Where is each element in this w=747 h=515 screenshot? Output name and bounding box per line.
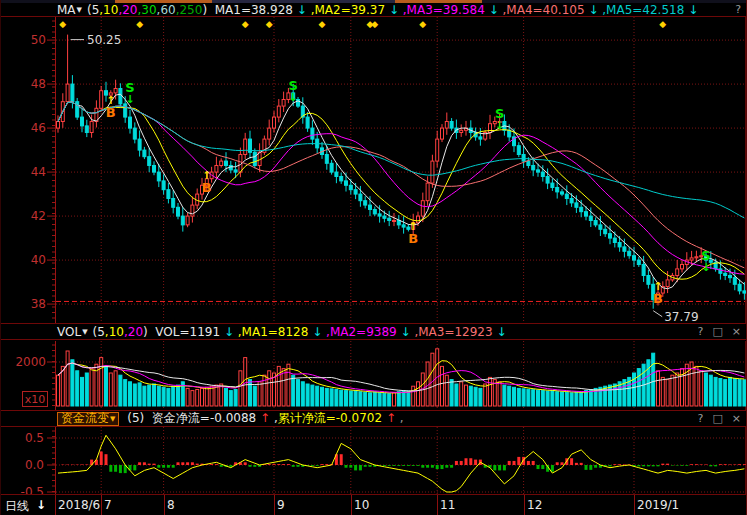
ma-header-segment: ↓ bbox=[297, 3, 307, 17]
volume-unit-label: x10 bbox=[25, 393, 46, 406]
flow-tick-label: 0.5 bbox=[25, 431, 44, 445]
fundflow-chart-canvas[interactable]: 0.50.0-0.5 bbox=[0, 427, 747, 494]
flow-header-segment: ↑ bbox=[260, 411, 270, 425]
ma-dropdown-label: MA bbox=[57, 3, 76, 17]
volume-tick-label: 2000 bbox=[15, 355, 46, 369]
ma-header-segment: ↓ bbox=[489, 3, 499, 17]
ma-header-segment: ,MA4=40.105 bbox=[499, 3, 589, 17]
axis-separator bbox=[101, 495, 102, 515]
fundflow-values-readout: (5) 资金净流=-0.0088 ↑ ,累计净流=-0.0702 ↑ , bbox=[123, 410, 403, 427]
month-label: 7 bbox=[104, 498, 112, 512]
high-price-label: 50.25 bbox=[87, 33, 121, 47]
flow-help-button[interactable]: ? bbox=[698, 412, 704, 425]
vol-header-segment: VOL=1191 bbox=[148, 325, 224, 339]
volume-panel: 2000 bbox=[0, 341, 747, 410]
ma-header-segment: ↓ bbox=[389, 3, 399, 17]
sell-arrow-icon: ↓ bbox=[701, 261, 710, 274]
chevron-down-icon: ▼ bbox=[109, 415, 115, 423]
axis-separator bbox=[274, 495, 275, 515]
vol-header-segment: ,10 bbox=[105, 325, 124, 339]
event-diamond-icon: ◆ bbox=[419, 19, 426, 29]
price-tick-label: 46 bbox=[31, 121, 46, 135]
vol-header-segment: ↓ bbox=[312, 325, 322, 339]
vol-dropdown-label: VOL bbox=[57, 325, 81, 339]
flow-tick-label: -0.5 bbox=[21, 485, 44, 494]
flow-header-segment: , bbox=[270, 411, 278, 425]
flow-header-segment: ↑ bbox=[386, 411, 396, 425]
period-selector[interactable]: 日线 bbox=[5, 498, 29, 515]
main-help-button[interactable]: ? bbox=[735, 3, 741, 16]
month-label: 8 bbox=[167, 498, 175, 512]
axis-separator bbox=[524, 495, 525, 515]
ma-header-segment: ,MA3=39.584 bbox=[399, 3, 489, 17]
axis-separator bbox=[437, 495, 438, 515]
vol-header-segment: ,20 bbox=[124, 325, 143, 339]
buy-marker: B bbox=[408, 231, 418, 246]
event-diamond-icon: ◆ bbox=[266, 19, 273, 29]
month-label: 2018/6 bbox=[58, 498, 100, 512]
fundflow-dropdown-label: 资金流变 bbox=[61, 410, 109, 427]
event-diamond-icon: ◆ bbox=[371, 19, 378, 29]
window-left-border bbox=[0, 0, 1, 515]
sell-arrow-icon: ↓ bbox=[495, 119, 504, 132]
event-diamond-icon: ◆ bbox=[242, 19, 249, 29]
ma-header-segment: ↓ bbox=[588, 3, 598, 17]
flow-maximize-button[interactable]: □ bbox=[712, 412, 722, 425]
ma-header-segment: ,30 bbox=[137, 3, 156, 17]
ma-header-segment: ,MA5=42.518 bbox=[598, 3, 688, 17]
month-label: 9 bbox=[277, 498, 285, 512]
flow-header-segment: , bbox=[396, 411, 404, 425]
ma-header-segment: ,20 bbox=[118, 3, 137, 17]
axis-separator bbox=[55, 495, 56, 515]
ma-indicator-dropdown[interactable]: MA▼ bbox=[57, 3, 82, 17]
price-chart-canvas[interactable]: 50484644424038◆◆◆◆◆◆◆◆◆↑BS↓↑BS↓↑BS↓↑BS↓5… bbox=[0, 17, 747, 323]
month-label: 2019/1 bbox=[637, 498, 679, 512]
buy-marker: B bbox=[202, 180, 212, 195]
price-tick-label: 48 bbox=[31, 77, 46, 91]
flow-header-segment: 资金净流=-0.0088 bbox=[152, 411, 260, 425]
month-label: 12 bbox=[527, 498, 542, 512]
fundflow-indicator-dropdown[interactable]: 资金流变▼ bbox=[57, 412, 119, 426]
low-price-label: 37.79 bbox=[664, 310, 698, 323]
sell-arrow-icon: ↓ bbox=[289, 91, 298, 104]
vol-maximize-button[interactable]: □ bbox=[712, 325, 722, 338]
event-diamond-icon: ◆ bbox=[136, 19, 143, 29]
main-indicator-header: MA▼ (5,10,20,30,60,250) MA1=38.928 ↓ ,MA… bbox=[0, 3, 747, 17]
flow-tick-label: 0.0 bbox=[25, 458, 44, 472]
price-tick-label: 44 bbox=[31, 165, 46, 179]
volume-bars bbox=[57, 349, 746, 406]
ma-header-segment: ,10 bbox=[99, 3, 118, 17]
ma-header-segment: ,250 bbox=[176, 3, 203, 17]
month-label: 11 bbox=[440, 498, 455, 512]
event-diamond-icon: ◆ bbox=[59, 19, 66, 29]
vol-header-segment: ,MA1=8128 bbox=[234, 325, 312, 339]
buy-marker: B bbox=[106, 105, 116, 120]
ma-header-segment: (5 bbox=[87, 3, 99, 17]
ma-header-segment: ,MA2=39.37 bbox=[307, 3, 389, 17]
stock-chart-window: MA▼ (5,10,20,30,60,250) MA1=38.928 ↓ ,MA… bbox=[0, 0, 747, 515]
vol-values-readout: (5,10,20) VOL=1191 ↓ ,MA1=8128 ↓ ,MA2=93… bbox=[93, 325, 507, 339]
price-tick-label: 42 bbox=[31, 209, 46, 223]
vol-close-button[interactable]: × bbox=[732, 325, 741, 338]
ma-lines bbox=[58, 94, 744, 289]
flow-header-segment: (5) bbox=[123, 411, 151, 425]
vol-header-segment: ,MA2=9389 bbox=[322, 325, 400, 339]
event-diamond-icon: ◆ bbox=[659, 19, 666, 29]
axis-separator bbox=[351, 495, 352, 515]
vol-header-segment: ,MA3=12923 bbox=[411, 325, 497, 339]
volume-chart-canvas[interactable]: 2000 bbox=[0, 341, 747, 410]
vol-header-segment: ↓ bbox=[496, 325, 506, 339]
flow-close-button[interactable]: × bbox=[732, 412, 741, 425]
period-down-arrow-icon[interactable]: ↓ bbox=[36, 498, 46, 512]
buy-marker: B bbox=[653, 291, 663, 306]
event-diamond-icon: ◆ bbox=[319, 19, 326, 29]
sell-arrow-icon: ↓ bbox=[125, 93, 134, 106]
vol-help-button[interactable]: ? bbox=[698, 325, 704, 338]
price-tick-label: 40 bbox=[31, 253, 46, 267]
ma-header-segment: MA1=38.928 bbox=[207, 3, 297, 17]
fundflow-indicator-header: 资金流变▼ (5) 资金净流=-0.0088 ↑ ,累计净流=-0.0702 ↑… bbox=[0, 410, 747, 427]
vol-indicator-dropdown[interactable]: VOL▼ bbox=[57, 325, 88, 339]
fundflow-panel: 0.50.0-0.5 bbox=[0, 427, 747, 494]
vol-header-segment: ↓ bbox=[224, 325, 234, 339]
axis-separator bbox=[164, 495, 165, 515]
